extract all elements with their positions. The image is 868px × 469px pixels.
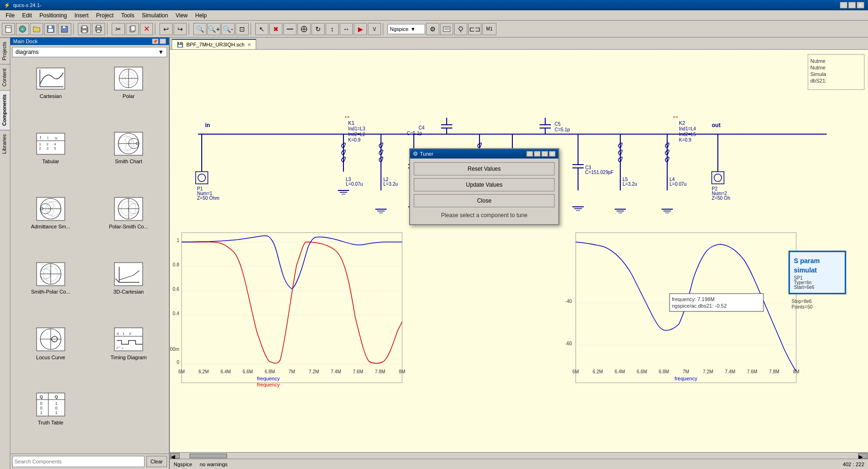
svg-text:7M: 7M — [683, 369, 689, 374]
menu-insert[interactable]: Insert — [71, 11, 92, 20]
admittance-smith-label: Admittance Sm... — [31, 224, 70, 229]
window-controls[interactable]: ─ □ ✕ — [840, 2, 864, 8]
tuner-help-button[interactable]: ? — [526, 151, 533, 157]
m1-label: M1 — [482, 23, 496, 35]
svg-rect-14 — [97, 30, 100, 32]
svg-text:Q: Q — [39, 394, 43, 399]
scrollbar-track[interactable] — [180, 454, 858, 458]
svg-text:frequency: frequency — [675, 376, 698, 381]
reset-values-button[interactable]: Reset Values — [414, 162, 555, 175]
svg-text:C=151.029pF: C=151.029pF — [585, 170, 614, 175]
mirror-x-button[interactable]: ↕ — [326, 23, 339, 35]
menu-file[interactable]: File — [2, 11, 18, 20]
delete-button[interactable]: ✕ — [140, 23, 153, 35]
menu-help[interactable]: Help — [191, 11, 211, 20]
save-button[interactable] — [44, 23, 57, 35]
search-input[interactable] — [12, 456, 145, 467]
polar-icon — [112, 64, 145, 92]
menu-tools[interactable]: Tools — [117, 11, 138, 20]
dock-controls[interactable]: 📌 □ — [152, 38, 166, 44]
zoom-out-button[interactable]: 🔍- — [221, 23, 235, 35]
scrollbar-right-arrow[interactable]: ▶ — [858, 453, 868, 459]
dc-bias-button[interactable]: V — [368, 23, 381, 35]
select-button[interactable]: ↖ — [255, 23, 268, 35]
subcircuit-button[interactable]: ⊏⊐ — [468, 23, 481, 35]
cartesian-label: Cartesian — [39, 93, 61, 99]
clear-button[interactable]: Clear — [146, 456, 167, 467]
menu-view[interactable]: View — [172, 11, 191, 20]
component-polar-smith[interactable]: Polar-Smith Co... — [90, 191, 167, 256]
scrollbar-thumb[interactable] — [190, 454, 227, 458]
svg-text:L=0.07u: L=0.07u — [346, 182, 363, 187]
component-tabular[interactable]: f i u 124 235 Tabular — [12, 126, 89, 190]
location-button[interactable] — [454, 23, 467, 35]
toolbar-separator-1 — [73, 23, 76, 35]
locus-curve-label: Locus Curve — [36, 355, 65, 360]
sidebar-tab-components[interactable]: Components — [0, 90, 10, 129]
component-smith-polar[interactable]: Smith-Polar Co... — [12, 257, 89, 321]
sidebar-tab-libraries[interactable]: Libraries — [0, 130, 10, 158]
close-tuner-button[interactable]: Close — [414, 194, 555, 207]
tab-close-button[interactable]: ✕ — [247, 42, 251, 47]
sidebar-tab-projects[interactable]: Projects — [0, 38, 10, 64]
rotate-button[interactable]: ↻ — [312, 23, 325, 35]
zoom-fit-button[interactable]: ⊡ — [236, 23, 249, 35]
timing-diagram-label: Timing Diagram — [110, 355, 146, 360]
tuner-minimize-button[interactable]: ─ — [534, 151, 541, 157]
component-timing-diagram[interactable]: 0 1 2 ✕✕ Timing Diagram — [90, 322, 167, 386]
tuner-window-controls[interactable]: ? ─ □ ✕ — [526, 151, 556, 157]
mirror-y-button[interactable]: ↔ — [340, 23, 353, 35]
save-all-button[interactable] — [58, 23, 71, 35]
component-category-dropdown[interactable]: diagrams ▼ — [12, 47, 167, 57]
menu-edit[interactable]: Edit — [18, 11, 36, 20]
svg-rect-27 — [37, 68, 65, 89]
dock-float-button[interactable]: □ — [160, 38, 166, 44]
svg-text:in: in — [205, 122, 210, 129]
print-setup-button[interactable] — [78, 23, 91, 35]
tuner-close-button[interactable]: ✕ — [549, 151, 556, 157]
component-button[interactable] — [297, 23, 311, 35]
menu-simulation[interactable]: Simulation — [138, 11, 172, 20]
minimize-button[interactable]: ─ — [840, 2, 847, 8]
undo-button[interactable]: ↩ — [160, 23, 173, 35]
svg-text:Start=6e6: Start=6e6 — [794, 285, 815, 290]
scrollbar-left-arrow[interactable]: ◀ — [170, 453, 180, 459]
copy-button[interactable] — [126, 23, 139, 35]
deselect-button[interactable]: ✖ — [269, 23, 282, 35]
svg-text:0.6: 0.6 — [173, 287, 179, 292]
component-admittance-smith[interactable]: Admittance Sm... — [12, 191, 89, 256]
zoom-select-button[interactable]: 🔍 — [193, 23, 206, 35]
sim-settings-button[interactable]: ⚙ — [426, 23, 439, 35]
open-button[interactable] — [30, 23, 43, 35]
wire-button[interactable] — [283, 23, 297, 35]
menu-project[interactable]: Project — [92, 11, 117, 20]
close-button[interactable]: ✕ — [857, 2, 864, 8]
new-button[interactable] — [2, 23, 15, 35]
schematic-canvas[interactable]: in P1 Num=1 Z=50 Ohm K1 Ind1=L3 Ind2=L2 … — [170, 50, 868, 452]
menu-positioning[interactable]: Positioning — [36, 11, 71, 20]
cut-button[interactable]: ✂ — [112, 23, 125, 35]
horizontal-scrollbar[interactable]: ◀ ▶ — [170, 452, 868, 459]
tab-label: BPF_7MHz_UR3IQH.sch — [186, 42, 244, 47]
svg-text:0: 0 — [117, 332, 119, 336]
component-3d-cartesian[interactable]: 3D-Cartesian — [90, 257, 167, 321]
simulator-dropdown[interactable]: Ngspice ▼ — [388, 24, 425, 34]
redo-button[interactable]: ↪ — [174, 23, 187, 35]
svg-text:frequency: frequency — [257, 382, 280, 387]
component-truth-table[interactable]: Q Q 0 0 1 1 0 1 Truth Table — [12, 387, 89, 452]
sidebar-tab-content[interactable]: Content — [0, 64, 10, 91]
netlist-button[interactable] — [440, 23, 453, 35]
component-locus-curve[interactable]: Locus Curve — [12, 322, 89, 386]
dock-pin-button[interactable]: 📌 — [152, 38, 159, 44]
zoom-in-button[interactable]: 🔍+ — [207, 23, 221, 35]
simulate-button[interactable]: ▶ — [354, 23, 367, 35]
tuner-maximize-button[interactable]: □ — [541, 151, 548, 157]
update-values-button[interactable]: Update Values — [414, 178, 555, 191]
print-button[interactable] — [92, 23, 105, 35]
component-polar[interactable]: Polar — [90, 61, 167, 125]
new-project-button[interactable]: + — [16, 23, 29, 35]
component-cartesian[interactable]: Cartesian — [12, 61, 89, 125]
tab-bpf[interactable]: 💾 BPF_7MHz_UR3IQH.sch ✕ — [172, 39, 256, 49]
maximize-button[interactable]: □ — [848, 2, 856, 8]
component-smith-chart[interactable]: Smith Chart — [90, 126, 167, 190]
